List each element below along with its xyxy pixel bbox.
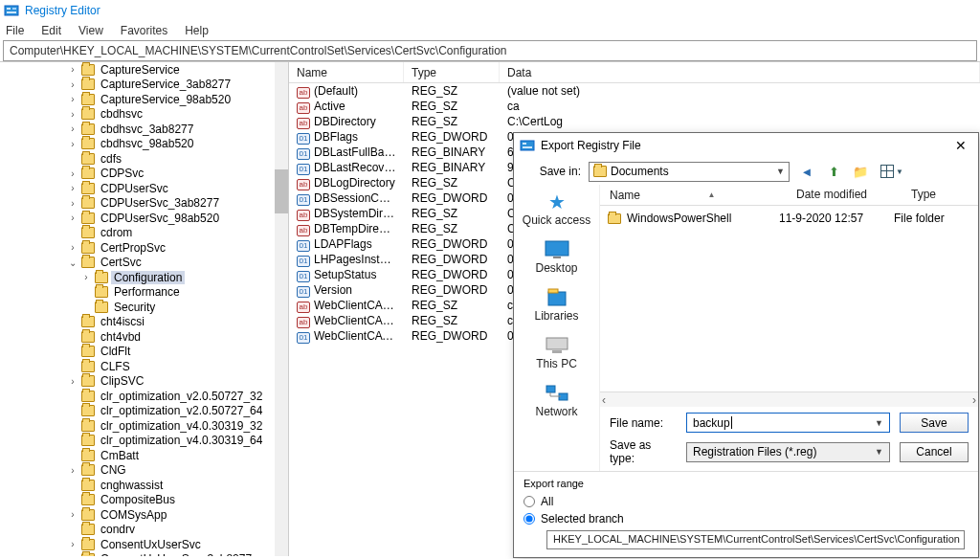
chevron-right-icon[interactable]: ›: [67, 123, 78, 134]
tree-item[interactable]: ·CompositeBus: [0, 493, 288, 508]
tree-item[interactable]: ›CertPropSvc: [0, 240, 288, 256]
value-row[interactable]: abActiveREG_SZca: [289, 99, 980, 114]
list-header[interactable]: Name Type Data: [289, 62, 980, 83]
value-row[interactable]: abDBDirectoryREG_SZC:\CertLog: [289, 114, 980, 129]
tree-item[interactable]: ›CaptureService_3ab8277: [0, 78, 288, 93]
tree-item[interactable]: ·CLFS: [0, 359, 288, 374]
tree-item[interactable]: ›CaptureService: [0, 62, 288, 78]
chevron-right-icon[interactable]: ›: [67, 539, 78, 549]
tree-item[interactable]: ·CmBatt: [0, 448, 288, 463]
menu-favorites[interactable]: Favorites: [119, 23, 169, 38]
value-name: (Default): [314, 84, 358, 98]
menu-file[interactable]: File: [4, 23, 26, 38]
chevron-right-icon[interactable]: ›: [67, 465, 78, 476]
tree-item[interactable]: ›Configuration: [0, 270, 288, 285]
chevron-right-icon[interactable]: ›: [67, 64, 78, 75]
tree-item[interactable]: ›CDPUserSvc: [0, 181, 288, 196]
tree-item[interactable]: ›ConsentUxUserSvc_3ab8277: [0, 552, 288, 557]
tree-item[interactable]: ·clr_optimization_v4.0.30319_64: [0, 434, 288, 449]
place-this-pc[interactable]: This PC: [514, 334, 599, 370]
radio-all[interactable]: All: [523, 493, 969, 510]
radio-selected[interactable]: Selected branch: [523, 510, 969, 527]
tree-item[interactable]: ·Security: [0, 300, 288, 315]
chevron-right-icon[interactable]: ›: [67, 376, 78, 387]
file-columns[interactable]: Name▲ Date modified Type: [600, 185, 978, 206]
filecol-name[interactable]: Name▲: [600, 185, 787, 205]
tree-item[interactable]: ›CDPUserSvc_3ab8277: [0, 196, 288, 212]
tree-item[interactable]: ·condrv: [0, 523, 288, 538]
chevron-right-icon[interactable]: ›: [67, 109, 78, 120]
back-button[interactable]: ◄: [797, 162, 816, 181]
tree-item[interactable]: ·cht4vbd: [0, 329, 288, 345]
binary-value-icon: 01: [297, 240, 310, 252]
save-button[interactable]: Save: [900, 413, 969, 433]
menu-view[interactable]: View: [77, 23, 105, 38]
place-network[interactable]: Network: [514, 382, 599, 418]
tree-item[interactable]: ›CDPSvc: [0, 167, 288, 182]
tree-item[interactable]: ·clr_optimization_v2.0.50727_32: [0, 389, 288, 404]
chevron-down-icon[interactable]: ▼: [875, 418, 883, 428]
tree-item[interactable]: ·CldFlt: [0, 345, 288, 360]
tree-item[interactable]: ›COMSysApp: [0, 507, 288, 523]
close-icon[interactable]: ✕: [949, 136, 972, 155]
chevron-right-icon[interactable]: ›: [67, 139, 78, 149]
views-button[interactable]: ▼: [878, 162, 897, 181]
tree-item[interactable]: ·cdrom: [0, 226, 288, 241]
chevron-right-icon[interactable]: ›: [67, 168, 78, 179]
dialog-title-bar[interactable]: Export Registry File ✕: [514, 133, 978, 158]
chevron-right-icon[interactable]: ›: [67, 198, 78, 209]
file-list[interactable]: WindowsPowerShell 11-9-2020 12:57 File f…: [600, 206, 978, 391]
chevron-right-icon[interactable]: ›: [67, 94, 78, 104]
up-button[interactable]: ⬆: [824, 162, 843, 181]
tree-item[interactable]: ›CDPUserSvc_98ab520: [0, 211, 288, 226]
value-row[interactable]: ab(Default)REG_SZ(value not set): [289, 83, 980, 99]
tree-scrollbar[interactable]: [275, 62, 288, 556]
file-row[interactable]: WindowsPowerShell 11-9-2020 12:57 File f…: [608, 210, 970, 227]
place-libraries[interactable]: Libraries: [514, 286, 599, 323]
chevron-right-icon[interactable]: ›: [80, 272, 92, 282]
tree-item[interactable]: ›CaptureService_98ab520: [0, 92, 288, 107]
savein-combo[interactable]: Documents ▼: [589, 162, 790, 182]
tree-item[interactable]: ·cnghwassist: [0, 478, 288, 493]
filename-input[interactable]: backup▼: [686, 413, 890, 433]
tree-item[interactable]: ›CNG: [0, 463, 288, 479]
chevron-down-icon[interactable]: ⌄: [67, 257, 78, 268]
savetype-combo[interactable]: Registration Files (*.reg)▼: [686, 442, 890, 462]
tree-item[interactable]: ›cbdhsvc_3ab8277: [0, 122, 288, 137]
file-list-scrollbar[interactable]: ‹›: [600, 391, 978, 407]
radio-selected-input[interactable]: [523, 513, 535, 525]
place-quick-access[interactable]: ★Quick access: [514, 190, 599, 227]
tree-item[interactable]: ·clr_optimization_v4.0.30319_32: [0, 418, 288, 434]
tree-item[interactable]: ·clr_optimization_v2.0.50727_64: [0, 404, 288, 419]
registry-tree-pane[interactable]: ›CaptureService›CaptureService_3ab8277›C…: [0, 62, 289, 556]
folder-icon: [81, 361, 95, 372]
tree-item[interactable]: ›cbdhsvc_98ab520: [0, 137, 288, 152]
chevron-right-icon[interactable]: ›: [67, 242, 78, 253]
chevron-right-icon[interactable]: ›: [67, 183, 78, 193]
filecol-type[interactable]: Type: [902, 185, 978, 205]
col-type[interactable]: Type: [404, 62, 500, 82]
menu-help[interactable]: Help: [183, 23, 211, 38]
chevron-right-icon[interactable]: ›: [67, 212, 78, 223]
tree-scrollbar-thumb[interactable]: [275, 169, 288, 213]
col-name[interactable]: Name: [289, 62, 404, 82]
radio-all-input[interactable]: [523, 496, 535, 507]
cancel-button[interactable]: Cancel: [900, 442, 969, 462]
col-data[interactable]: Data: [500, 62, 980, 82]
tree-item[interactable]: ⌄CertSvc: [0, 256, 288, 271]
tree-item[interactable]: ›ClipSVC: [0, 374, 288, 390]
new-folder-button[interactable]: 📁: [851, 162, 870, 181]
tree-item[interactable]: ·cht4iscsi: [0, 315, 288, 330]
place-desktop[interactable]: Desktop: [514, 238, 599, 275]
chevron-right-icon[interactable]: ›: [67, 554, 78, 556]
address-input[interactable]: Computer\HKEY_LOCAL_MACHINE\SYSTEM\Curre…: [4, 41, 976, 60]
chevron-right-icon[interactable]: ›: [67, 509, 78, 520]
menu-edit[interactable]: Edit: [39, 23, 63, 38]
tree-item[interactable]: ·cdfs: [0, 151, 288, 167]
branch-path-input[interactable]: HKEY_LOCAL_MACHINE\SYSTEM\CurrentControl…: [546, 530, 965, 549]
chevron-right-icon[interactable]: ›: [67, 79, 78, 90]
tree-item[interactable]: ›ConsentUxUserSvc: [0, 537, 288, 552]
tree-item[interactable]: ·Performance: [0, 285, 288, 301]
filecol-date[interactable]: Date modified: [787, 185, 902, 205]
tree-item[interactable]: ›cbdhsvc: [0, 107, 288, 123]
